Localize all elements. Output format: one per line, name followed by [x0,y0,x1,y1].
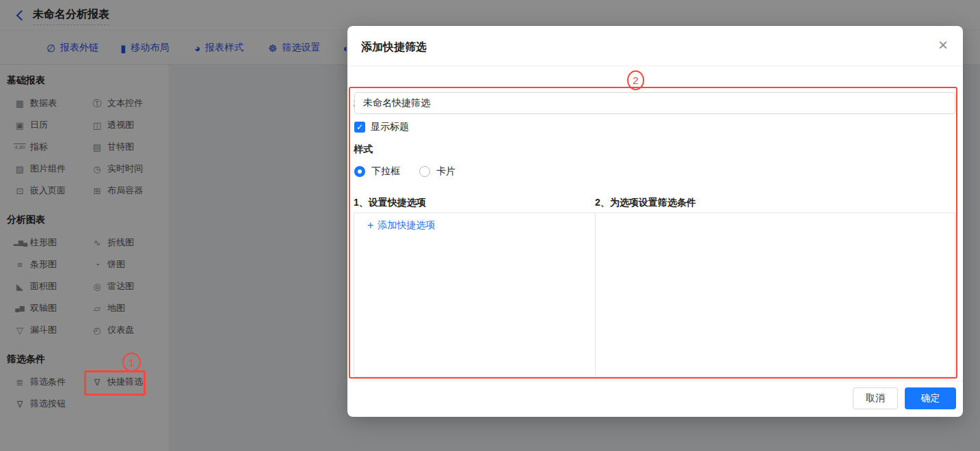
annotation-step1-circle: 1 [122,353,141,372]
modal-footer: 取消 确定 [347,381,963,417]
modal-title: 添加快捷筛选 [361,40,427,55]
annotation-step2-box [349,87,957,379]
cancel-button[interactable]: 取消 [853,387,898,409]
confirm-button[interactable]: 确定 [905,387,956,409]
modal-header: 添加快捷筛选 × [347,26,963,66]
annotation-step1-box [84,370,146,396]
close-icon[interactable]: × [938,37,948,53]
